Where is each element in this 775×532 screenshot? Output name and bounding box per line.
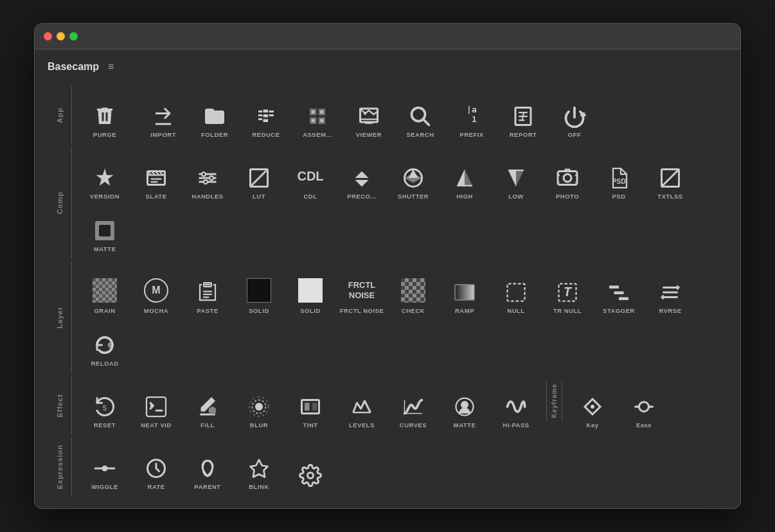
section-effect: Effect 5 RESET NEAT VID [48, 376, 727, 435]
rate-label: RATE [147, 483, 165, 490]
mocha-button[interactable]: M MOCHA [131, 265, 181, 317]
handles-label: HANDLES [192, 193, 223, 200]
svg-point-57 [308, 473, 314, 479]
svg-point-14 [209, 176, 213, 180]
assemble-button[interactable]: ASSEM... [292, 89, 343, 141]
purge-button[interactable]: PURGE [80, 89, 130, 141]
matte-fx-button[interactable]: MATTE [440, 380, 490, 431]
parent-button[interactable]: PARENT [183, 441, 233, 493]
key-button[interactable]: Key [567, 380, 618, 431]
section-layer: Layer GRAIN M [48, 262, 727, 373]
svg-rect-36 [147, 397, 166, 416]
ramp-button[interactable]: RAMP [440, 265, 490, 317]
mocha-label: MOCHA [144, 307, 168, 314]
null-layer-button[interactable]: NULL [491, 265, 541, 317]
svg-rect-33 [619, 297, 628, 300]
levels-button[interactable]: LEVELS [337, 380, 387, 431]
keyframe-label: Keyframe [551, 381, 558, 421]
svg-rect-32 [614, 291, 624, 294]
blink-label: BLINK [249, 483, 269, 490]
reset-button[interactable]: 5 RESET [80, 380, 130, 431]
matte-fx-label: MATTE [454, 421, 476, 429]
check-label: CHECK [402, 307, 425, 314]
svg-rect-31 [609, 285, 619, 288]
low-button[interactable]: LOW [491, 151, 541, 202]
lut-button[interactable]: LUT [234, 151, 284, 202]
psd-button[interactable]: PSD PSD [594, 151, 644, 202]
reload-label: RELOAD [91, 360, 118, 367]
cdl-button[interactable]: CDL CDL [285, 151, 335, 202]
paste-label: PASTE [197, 307, 218, 314]
hi-pass-button[interactable]: HI-PASS [491, 380, 541, 431]
reduce-button[interactable]: REDUCE [241, 89, 291, 141]
grain-button[interactable]: GRAIN [80, 265, 130, 317]
high-label: HIGH [456, 193, 473, 200]
blur-button[interactable]: BLUR [234, 380, 284, 431]
close-button[interactable] [44, 32, 52, 40]
folder-button[interactable]: FOLDER [190, 89, 240, 141]
blink-button[interactable]: BLINK [234, 441, 284, 493]
svg-point-48 [461, 401, 468, 409]
app-header: Basecamp ≡ [48, 61, 727, 73]
prefix-button[interactable]: |a 1 PREFIX [447, 89, 497, 141]
matte-comp-button[interactable]: MATTE [80, 204, 130, 255]
report-button[interactable]: f REPORT [498, 89, 548, 141]
curves-button[interactable]: CURVES [388, 380, 438, 431]
ramp-label: RAMP [455, 307, 474, 314]
fullscreen-button[interactable] [69, 32, 78, 40]
cdl-label: CDL [303, 193, 317, 200]
traffic-lights [44, 32, 78, 40]
section-expression: Expression WIGGLE RATE [48, 438, 727, 497]
titlebar [35, 24, 740, 49]
neat-vid-button[interactable]: NEAT VID [131, 380, 181, 431]
section-label-effect: Effect [56, 394, 64, 418]
null-layer-label: NULL [507, 307, 524, 314]
effect-items: 5 RESET NEAT VID FILL [77, 376, 727, 435]
off-button[interactable]: OFF [549, 89, 600, 141]
wiggle-button[interactable]: WIGGLE [80, 441, 130, 493]
layer-items: GRAIN M MOCHA PAS [77, 262, 727, 373]
svg-text:5: 5 [103, 404, 107, 412]
solid-white-button[interactable]: SOLID [285, 265, 335, 317]
tint-button[interactable]: TINT [285, 380, 335, 431]
preco-button[interactable]: PRECO... [337, 151, 387, 202]
minimize-button[interactable] [57, 32, 65, 40]
svg-rect-27 [455, 285, 474, 300]
ease-button[interactable]: Ease [619, 380, 669, 431]
txtlss-button[interactable]: TXTLSS [645, 151, 695, 202]
tr-null-button[interactable]: T TR NULL [542, 265, 592, 317]
rate-button[interactable]: RATE [131, 441, 181, 493]
icon-sections: App PURGE IMPORT [48, 85, 727, 497]
slate-button[interactable]: SLATE [131, 151, 181, 202]
svg-line-17 [253, 171, 266, 184]
version-button[interactable]: VERSION [80, 151, 130, 202]
settings-button[interactable] [285, 441, 335, 493]
search-button[interactable]: SEARCH [395, 89, 445, 141]
photo-button[interactable]: PHOTO [542, 151, 592, 202]
check-button[interactable]: CHECK [388, 265, 438, 317]
neat-vid-label: NEAT VID [141, 421, 172, 429]
solid-white-label: SOLID [300, 307, 321, 314]
high-button[interactable]: HIGH [440, 151, 490, 202]
svg-line-3 [423, 120, 429, 125]
stagger-label: STAGGER [603, 307, 635, 314]
frctl-noise-button[interactable]: FRCTLNOISE FRCTL NOISE [337, 265, 387, 317]
svg-point-51 [639, 402, 649, 411]
lut-label: LUT [253, 193, 265, 200]
reload-button[interactable]: RELOAD [80, 318, 130, 369]
expression-items: WIGGLE RATE PARENT [77, 438, 727, 497]
stagger-button[interactable]: STAGGER [594, 265, 644, 317]
section-label-comp: Comp [56, 191, 64, 214]
menu-icon[interactable]: ≡ [108, 61, 114, 73]
photo-label: PHOTO [556, 193, 579, 200]
import-button[interactable]: IMPORT [138, 89, 188, 141]
solid-black-button[interactable]: SOLID [234, 265, 284, 317]
paste-button[interactable]: PASTE [183, 265, 233, 317]
svg-text:T: T [564, 285, 573, 299]
fill-button[interactable]: FILL [183, 380, 233, 431]
handles-button[interactable]: HANDLES [183, 151, 233, 202]
rvrse-button[interactable]: RVRSE [645, 265, 695, 317]
shutter-button[interactable]: SHUTTER [388, 151, 438, 202]
comp-items: VERSION SLATE HANDLES [77, 147, 727, 259]
viewer-button[interactable]: VIEWER [344, 89, 394, 141]
